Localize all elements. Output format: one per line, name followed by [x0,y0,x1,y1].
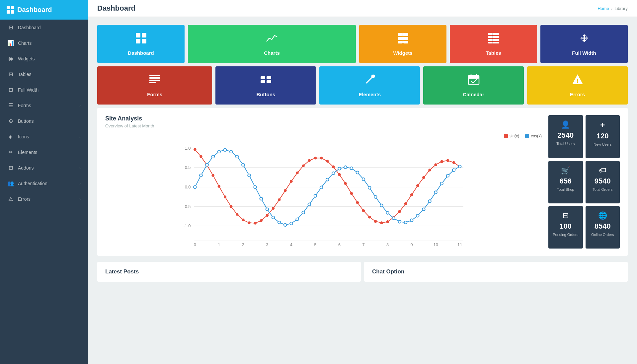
pending-orders-number: 100 [559,222,572,231]
sidebar-item-authentication[interactable]: 👥 Authentication › [0,176,88,191]
svg-point-80 [356,201,359,204]
sidebar-item-charts[interactable]: 📊 Charts [0,35,88,51]
svg-text:-0.5: -0.5 [183,204,191,209]
chevron-right-icon: › [79,166,81,170]
sidebar-item-widgets[interactable]: ◉ Widgets [0,51,88,66]
svg-rect-5 [403,33,408,36]
svg-rect-12 [488,42,499,43]
tile-calendar[interactable]: Calnedar [423,66,524,105]
svg-point-132 [398,220,401,223]
svg-point-61 [242,219,245,222]
svg-point-142 [458,165,461,168]
svg-text:-1.0: -1.0 [183,223,191,228]
svg-rect-14 [149,75,160,76]
tile-fullwidth[interactable]: Full Width [540,25,628,63]
sidebar-item-icons[interactable]: ◈ Icons › [0,129,88,144]
sidebar-item-label: Forms [18,103,31,108]
legend-sin-color [504,134,508,138]
fullwidth-tile-icon [578,32,590,47]
tile-buttons[interactable]: Buttons [215,66,316,105]
svg-point-133 [404,221,407,224]
svg-rect-6 [398,37,408,40]
svg-point-140 [446,174,449,177]
tile-forms[interactable]: Forms [97,66,212,105]
stat-total-orders: 🏷 9540 Total Orders [586,161,620,203]
svg-point-105 [236,155,239,158]
svg-point-54 [199,155,202,158]
total-shop-icon: 🛒 [561,166,570,175]
sidebar-item-label: Icons [18,134,29,139]
forms-icon: ☰ [7,102,14,109]
calendar-tile-icon [468,74,480,88]
svg-point-134 [410,219,413,222]
errors-tile-icon: ! [572,74,584,88]
icons-icon: ◈ [7,133,14,140]
breadcrumb-current: Library [614,6,628,11]
latest-posts-title: Latest Posts [105,268,353,275]
tile-buttons-label: Buttons [257,92,276,97]
svg-point-64 [260,219,263,222]
svg-point-138 [434,191,437,194]
svg-point-106 [242,163,245,166]
svg-point-141 [452,169,455,172]
sidebar-item-fullwidth[interactable]: ⊡ Full Width [0,82,88,98]
dashboard-icon: ⊞ [7,24,14,31]
legend-cos-color [525,134,529,138]
sidebar-header[interactable]: Dashboard [0,0,88,20]
sidebar-item-dashboard[interactable]: ⊞ Dashboard [0,20,88,35]
tile-dashboard-label: Dashboard [128,50,154,56]
pending-orders-label: Pending Orders [553,233,578,237]
svg-point-139 [440,182,443,185]
svg-point-70 [296,172,299,175]
svg-text:0: 0 [194,242,196,247]
tile-tables[interactable]: Tables [450,25,537,63]
buttons-tile-icon [260,74,272,88]
addons-icon: ⊞ [7,165,14,171]
sidebar-item-label: Charts [18,40,32,46]
svg-point-120 [326,178,329,181]
sidebar-item-label: Full Width [18,87,39,93]
tile-tables-label: Tables [486,50,501,56]
legend-sin-label: sin(x) [510,134,519,138]
sidebar-item-label: Authentication [18,181,47,186]
sidebar-item-buttons[interactable]: ⊕ Buttons [0,113,88,129]
svg-point-58 [224,195,227,198]
errors-icon: ⚠ [7,196,14,202]
svg-rect-10 [488,36,499,38]
sidebar-item-elements[interactable]: ✏ Elements [0,144,88,160]
svg-point-67 [278,198,281,201]
tile-widgets[interactable]: Widgets [359,25,446,63]
svg-point-98 [194,185,197,188]
svg-point-94 [440,160,443,163]
svg-point-71 [302,164,305,167]
breadcrumb-home[interactable]: Home [597,6,609,11]
svg-point-65 [266,214,269,217]
sidebar-item-addons[interactable]: ⊞ Addons › [0,160,88,176]
svg-rect-17 [149,82,156,83]
svg-point-78 [344,182,347,185]
svg-point-84 [380,221,383,224]
tile-dashboard[interactable]: Dashboard [97,25,185,63]
svg-point-126 [362,178,365,181]
svg-point-110 [266,208,269,211]
svg-point-131 [392,217,395,220]
svg-point-87 [398,210,401,213]
tile-errors[interactable]: ! Errors [527,66,628,105]
elements-icon: ✏ [7,149,14,155]
svg-point-100 [205,163,208,166]
svg-point-81 [362,209,365,212]
tile-elements[interactable]: Elements [319,66,420,105]
svg-text:9: 9 [411,242,413,247]
authentication-icon: 👥 [7,180,14,186]
tile-charts[interactable]: Charts [188,25,356,63]
svg-point-123 [344,166,347,169]
tile-elements-label: Elements [358,92,381,97]
sidebar-item-errors[interactable]: ⚠ Errors › [0,191,88,207]
sidebar-item-forms[interactable]: ☰ Forms › [0,98,88,113]
svg-point-53 [194,148,197,151]
svg-point-101 [211,155,214,158]
analysis-section: Site Analysis Overview of Latest Month s… [97,108,628,256]
topbar: Dashboard Home › Library [88,0,637,17]
svg-point-85 [386,220,389,223]
sidebar-item-tables[interactable]: ⊟ Tables [0,66,88,82]
